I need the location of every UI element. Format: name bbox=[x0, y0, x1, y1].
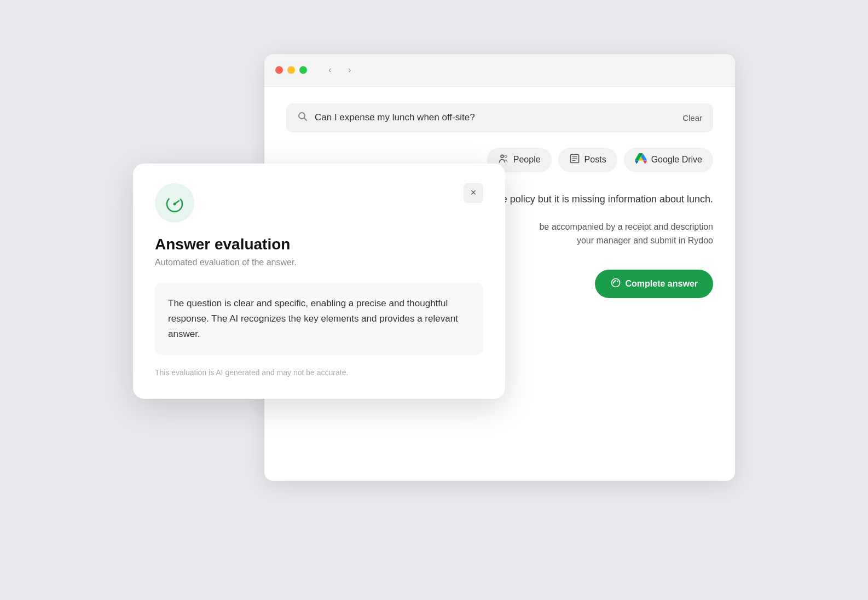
complete-answer-label: Complete answer bbox=[626, 279, 698, 289]
svg-line-1 bbox=[304, 118, 307, 120]
back-button[interactable]: ‹ bbox=[322, 62, 338, 78]
search-bar[interactable]: Can I expense my lunch when off-site? Cl… bbox=[286, 103, 713, 132]
forward-button[interactable]: › bbox=[342, 62, 357, 78]
modal-icon-container bbox=[155, 183, 194, 223]
titlebar: ‹ › bbox=[264, 54, 735, 87]
tab-google-drive-label: Google Drive bbox=[651, 155, 702, 165]
evaluation-text: The question is clear and specific, enab… bbox=[168, 296, 470, 342]
modal-title: Answer evaluation bbox=[155, 236, 483, 253]
result-detail-line2: your manager and submit in Rydoo bbox=[577, 236, 713, 245]
tab-posts-label: Posts bbox=[585, 155, 606, 165]
gauge-icon bbox=[164, 192, 186, 214]
clear-button[interactable]: Clear bbox=[682, 113, 702, 123]
tab-google-drive[interactable]: Google Drive bbox=[624, 148, 713, 172]
svg-point-8 bbox=[611, 278, 620, 287]
posts-icon bbox=[569, 153, 580, 167]
evaluation-box: The question is clear and specific, enab… bbox=[155, 283, 483, 355]
svg-point-12 bbox=[173, 202, 176, 205]
close-button[interactable]: × bbox=[464, 183, 483, 203]
nav-buttons: ‹ › bbox=[322, 62, 357, 78]
svg-point-9 bbox=[617, 281, 618, 282]
complete-answer-button[interactable]: Complete answer bbox=[595, 270, 713, 298]
traffic-light-green[interactable] bbox=[299, 66, 307, 74]
disclaimer-text: This evaluation is AI generated and may … bbox=[155, 368, 483, 377]
complete-answer-icon bbox=[610, 277, 621, 290]
traffic-light-red[interactable] bbox=[275, 66, 283, 74]
svg-point-3 bbox=[505, 155, 507, 157]
modal-header: × bbox=[155, 183, 483, 223]
tab-people-label: People bbox=[513, 155, 541, 165]
google-drive-icon bbox=[635, 153, 647, 167]
search-icon bbox=[297, 111, 308, 125]
tab-posts[interactable]: Posts bbox=[558, 148, 617, 172]
result-detail-line1: be accompanied by a receipt and descript… bbox=[539, 222, 713, 231]
scene: ‹ › Can I expense my lunch when off-site… bbox=[133, 54, 735, 546]
svg-point-2 bbox=[501, 155, 504, 158]
modal-card: × Answer evaluation Automated evaluation… bbox=[133, 164, 505, 399]
search-query-text: Can I expense my lunch when off-site? bbox=[315, 112, 676, 123]
traffic-lights bbox=[275, 66, 307, 74]
traffic-light-yellow[interactable] bbox=[287, 66, 295, 74]
modal-subtitle: Automated evaluation of the answer. bbox=[155, 258, 483, 267]
